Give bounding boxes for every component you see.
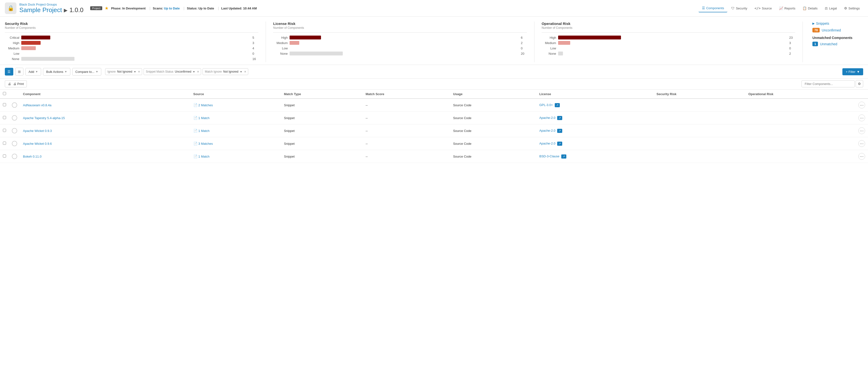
row-source: 📄 1 Match [190,112,281,124]
row-usage: Source Code [450,124,536,137]
tab-details[interactable]: 📋 Details [799,4,821,12]
row-license: Apache-2.0 ↗ [536,137,654,150]
th-source[interactable]: Source [190,89,281,99]
th-security-risk[interactable]: Security Risk [654,89,745,99]
row-component: Apache Wicket 0.9.6 [20,137,190,150]
row-actions-cell: ⋯ [856,112,868,124]
print-button[interactable]: 🖨 🖨 Print [5,80,27,87]
operational-risk-row-medium: Medium 3 [542,41,795,45]
row-more-button[interactable]: ⋯ [858,114,865,121]
component-name-link[interactable]: Apache Wicket [23,142,44,145]
status-circle[interactable] [12,154,17,159]
license-link[interactable]: Apache-2.0 [539,129,555,132]
license-action-button[interactable]: ↗ [555,103,560,107]
status-circle[interactable] [12,128,17,133]
favorite-star[interactable]: ★ [105,6,108,11]
license-action-button[interactable]: ↗ [561,155,566,159]
row-license: GPL-3.0+ ↗ [536,99,654,112]
row-checkbox-cell [0,124,9,137]
status-circle[interactable] [12,102,17,108]
row-match-type: Snippet [281,124,363,137]
row-checkbox[interactable] [3,116,6,119]
row-checkbox[interactable] [3,129,6,132]
row-more-button[interactable]: ⋯ [858,153,865,160]
status-circle[interactable] [12,141,17,146]
operational-risk-row-high: High 23 [542,35,795,39]
project-group[interactable]: Black Duck Project Groups [19,3,83,6]
unmatched-row: 1 Unmatched [812,41,863,46]
ignore-chip-arrow[interactable]: ▼ [134,71,136,73]
status-circle[interactable] [12,115,17,120]
row-more-button[interactable]: ⋯ [858,102,865,108]
select-all-checkbox[interactable] [3,92,6,95]
unconfirmed-link[interactable]: Unconfirmed [822,28,841,32]
source-matches-link[interactable]: 📄 1 Match [193,155,278,158]
filter-settings-button[interactable]: ⚙ [856,80,863,87]
row-more-button[interactable]: ⋯ [858,127,865,134]
filter-button[interactable]: + Filter ▼ [842,68,863,75]
source-matches-link[interactable]: 📄 1 Match [193,129,278,133]
tab-reports[interactable]: 📈 Reports [776,4,799,12]
tab-settings[interactable]: ⚙ Settings [841,4,863,12]
row-more-button[interactable]: ⋯ [858,140,865,147]
reports-icon: 📈 [779,6,783,10]
th-usage[interactable]: Usage [450,89,536,99]
component-version: v0.8.4a [41,103,52,107]
snippet-chip-arrow[interactable]: ▼ [193,71,195,73]
row-usage: Source Code [450,150,536,163]
license-link[interactable]: Apache-2.0 [539,116,555,119]
th-component[interactable]: Component [20,89,190,99]
row-license: Apache-2.0 ↗ [536,112,654,124]
row-match-type: Snippet [281,150,363,163]
license-link[interactable]: BSD-3-Clause [539,155,559,158]
source-matches-link[interactable]: 📄 1 Match [193,116,278,120]
scans-item: Scans: Up to Date [153,6,180,10]
license-action-button[interactable]: ↗ [557,129,562,133]
row-source: 📄 1 Match [190,124,281,137]
license-action-button[interactable]: ↗ [557,116,562,120]
snippets-header[interactable]: ▶ Snippets [812,22,863,25]
project-name: Sample Project [19,6,62,14]
component-name-link[interactable]: Apache Tapestry [23,116,46,120]
row-license: Apache-2.0 ↗ [536,124,654,137]
components-icon: ☰ [702,6,705,10]
th-license[interactable]: License [536,89,654,99]
filter-components-input[interactable] [802,80,855,87]
list-view-button[interactable]: ☰ [5,68,13,76]
license-risk-row-high: High 6 [273,35,527,39]
row-source: 📄 3 Matches [190,137,281,150]
component-name-link[interactable]: AdNauseam [23,103,40,107]
component-name-link[interactable]: Apache Wicket [23,129,44,133]
license-action-button[interactable]: ↗ [557,142,562,146]
row-checkbox[interactable] [3,142,6,145]
ignore-chip-close[interactable]: × [138,70,140,74]
match-chip-close[interactable]: × [244,70,246,74]
row-checkbox[interactable] [3,103,6,106]
th-match-type[interactable]: Match Type [281,89,363,99]
operational-risk-row-low: Low 0 [542,46,795,50]
tab-components[interactable]: ☰ Components [699,4,727,12]
row-status-cell [9,124,20,137]
tab-source[interactable]: </> Source [751,4,775,12]
source-matches-link[interactable]: 📄 3 Matches [193,142,278,145]
compare-button[interactable]: Compare to... ▼ [72,68,101,76]
license-link[interactable]: Apache-2.0 [539,142,555,145]
tree-view-button[interactable]: ⊞ [15,68,24,76]
tab-security[interactable]: 🛡 Security [728,4,750,12]
tab-legal[interactable]: ⚖ Legal [822,4,840,12]
th-match-score[interactable]: Match Score [363,89,450,99]
license-link[interactable]: GPL-3.0+ [539,103,553,107]
match-chip-arrow[interactable]: ▼ [240,71,242,73]
operational-risk-subtitle: Number of Components [542,26,795,30]
scans-link[interactable]: Up to Date [164,6,180,10]
bulk-actions-button[interactable]: Bulk Actions ▼ [43,68,70,76]
unmatched-link[interactable]: Unmatched [820,42,837,46]
snippet-chip-close[interactable]: × [197,70,199,74]
th-operational-risk[interactable]: Operational Risk [745,89,856,99]
row-checkbox[interactable] [3,155,6,158]
source-matches-link[interactable]: 📄 2 Matches [193,103,278,107]
filter-chips: Ignore Not Ignored ▼ × Snippet Match Sta… [105,68,248,75]
component-name-link[interactable]: Bokeh [23,155,32,158]
row-operational-risk [745,150,856,163]
add-button[interactable]: Add ▼ [25,68,41,76]
